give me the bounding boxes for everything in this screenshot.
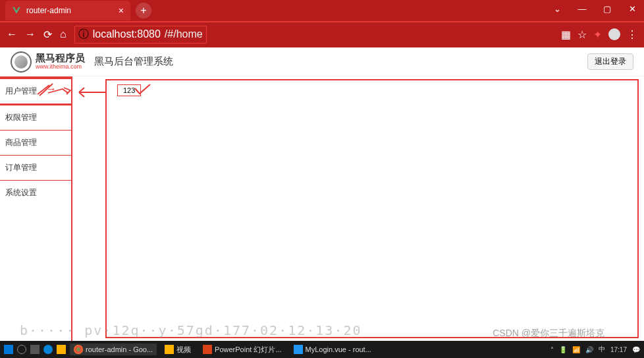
taskbar-item-label: PowerPoint 幻灯片... — [215, 345, 281, 355]
notifications-icon[interactable]: 💬 — [632, 346, 640, 353]
sidebar-item-settings[interactable]: 系统设置 — [0, 181, 71, 205]
logout-button[interactable]: 退出登录 — [587, 53, 633, 70]
taskbar-item-chrome[interactable]: router-admin - Goo... — [70, 343, 157, 355]
sidebar: 用户管理 → 权限管理 商品管理 订单管理 系统设置 — [0, 76, 72, 341]
faded-overlay-text: b····· pv·12q··y·57gd·177·02·12·13·20 — [20, 322, 362, 338]
window-controls: ⌄ — ▢ ✕ — [549, 4, 640, 14]
taskbar-item-label: 视频 — [176, 345, 191, 355]
star-icon[interactable]: ☆ — [577, 28, 587, 41]
vue-icon — [12, 6, 21, 15]
sidebar-item-orders[interactable]: 订单管理 — [0, 156, 71, 181]
chevron-down-icon[interactable]: ⌄ — [549, 4, 565, 14]
menu-icon[interactable]: ⋮ — [627, 28, 637, 41]
page-header: 黑马程序员 www.itheima.com 黑马后台管理系统 退出登录 — [0, 47, 644, 76]
taskbar-item-label: router-admin - Goo... — [86, 345, 153, 353]
sidebar-item-label: 权限管理 — [5, 113, 37, 122]
tray-lang[interactable]: 中 — [599, 345, 605, 354]
powerpoint-icon — [203, 345, 212, 354]
tab-bar: router-admin × + ⌄ — ▢ ✕ — [0, 0, 644, 21]
extension-icon[interactable]: ✦ — [593, 28, 602, 41]
sidebar-item-label: 用户管理 — [5, 86, 37, 96]
sidebar-item-goods[interactable]: 商品管理 — [0, 131, 71, 156]
sidebar-item-label: 系统设置 — [5, 188, 37, 197]
main-area: 123 — [105, 79, 639, 338]
taskbar: router-admin - Goo... 视频 PowerPoint 幻灯片.… — [0, 341, 644, 358]
grid-icon[interactable]: ▦ — [561, 28, 571, 41]
info-icon: ⓘ — [78, 28, 89, 42]
vscode-icon — [294, 345, 303, 354]
windows-start-icon[interactable] — [4, 345, 13, 354]
sidebar-item-permissions[interactable]: 权限管理 — [0, 105, 71, 131]
taskbar-item-powerpoint[interactable]: PowerPoint 幻灯片... — [199, 343, 285, 356]
logo-text-en: www.itheima.com — [36, 64, 85, 71]
tray-volume-icon[interactable]: 🔊 — [585, 346, 593, 353]
reload-button[interactable]: ⟳ — [43, 28, 52, 41]
close-icon[interactable]: × — [119, 5, 124, 16]
task-view-icon[interactable] — [30, 345, 40, 354]
url-input[interactable]: ⓘ localhost:8080/#/home — [74, 26, 207, 44]
tab-title: router-admin — [26, 6, 113, 15]
maximize-button[interactable]: ▢ — [599, 4, 615, 14]
explorer-icon[interactable] — [57, 345, 66, 354]
home-button[interactable]: ⌂ — [60, 28, 67, 40]
url-host: localhost:8080 — [93, 28, 161, 40]
url-path: /#/home — [165, 28, 203, 40]
addr-right-icons: ▦ ☆ ✦ ⋮ — [561, 28, 637, 41]
content: 用户管理 → 权限管理 商品管理 订单管理 系统设置 123 — [0, 76, 644, 341]
edge-icon[interactable] — [43, 345, 53, 354]
annotation-arrow-icon: → — [46, 83, 57, 95]
taskbar-time[interactable]: 17:17 — [610, 346, 627, 353]
taskbar-item-label: MyLogin.vue - rout... — [306, 345, 371, 353]
taskbar-right: ˄ 🔋 📶 🔊 中 17:17 💬 — [550, 345, 640, 354]
logo-text-ch: 黑马程序员 — [36, 53, 85, 64]
sidebar-item-label: 订单管理 — [5, 163, 37, 172]
watermark: CSDN @爱你三千遍斯塔克 — [493, 328, 604, 340]
sidebar-item-label: 商品管理 — [5, 138, 37, 147]
minimize-button[interactable]: — — [574, 4, 590, 14]
tray-battery-icon[interactable]: 🔋 — [559, 346, 567, 353]
page-title: 黑马后台管理系统 — [94, 55, 173, 68]
sidebar-item-users[interactable]: 用户管理 → — [0, 78, 71, 105]
taskbar-item-vscode[interactable]: MyLogin.vue - rout... — [290, 343, 375, 355]
forward-button[interactable]: → — [25, 28, 36, 40]
chrome-icon — [74, 345, 83, 354]
annotation-arrow-left-icon — [74, 84, 107, 100]
browser-chrome: router-admin × + ⌄ — ▢ ✕ ← → ⟳ ⌂ ⓘ local… — [0, 0, 644, 47]
address-bar: ← → ⟳ ⌂ ⓘ localhost:8080/#/home ▦ ☆ ✦ ⋮ — [0, 21, 644, 46]
annotation-check-icon — [133, 83, 153, 98]
close-button[interactable]: ✕ — [624, 4, 640, 14]
avatar[interactable] — [608, 28, 620, 40]
logo: 黑马程序员 www.itheima.com — [11, 51, 85, 73]
search-icon[interactable] — [17, 345, 26, 354]
taskbar-item-folder[interactable]: 视频 — [161, 343, 195, 356]
browser-tab[interactable]: router-admin × — [5, 1, 130, 20]
folder-icon — [165, 345, 174, 354]
back-button[interactable]: ← — [7, 28, 17, 40]
logo-icon — [11, 51, 32, 73]
tray-wifi-icon[interactable]: 📶 — [572, 346, 580, 353]
new-tab-button[interactable]: + — [136, 3, 151, 18]
tray-up-icon[interactable]: ˄ — [550, 346, 554, 353]
